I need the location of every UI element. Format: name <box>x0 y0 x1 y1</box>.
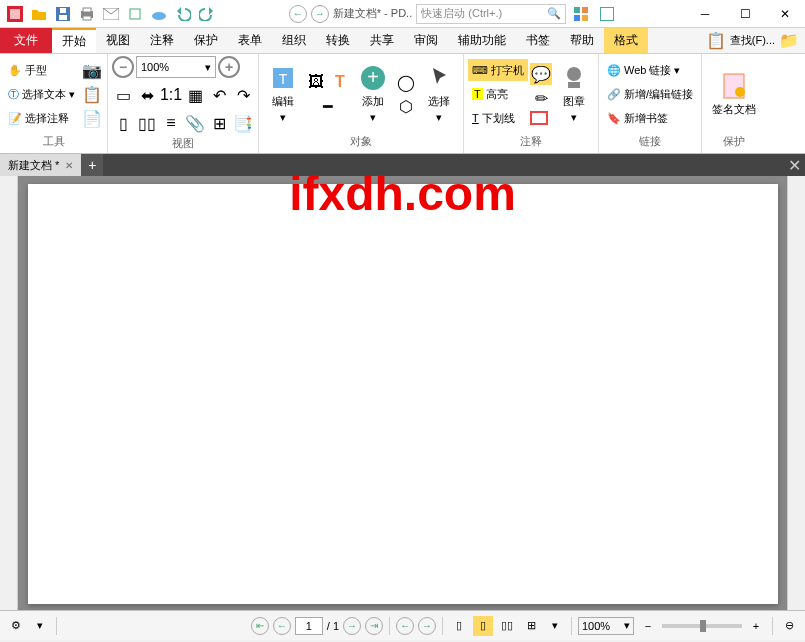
typewriter-tool[interactable]: ⌨打字机 <box>468 59 528 81</box>
menu-share[interactable]: 共享 <box>360 28 404 53</box>
stamp-button[interactable]: 图章▾ <box>554 60 594 128</box>
zoom-out-button[interactable]: − <box>112 56 134 78</box>
single-page-icon[interactable]: ▯ <box>112 112 134 134</box>
select-annot-tool[interactable]: 📝选择注释 <box>4 107 79 129</box>
page-nav-icon[interactable]: 📑 <box>232 112 254 134</box>
menu-find[interactable]: 查找(F)... <box>730 33 775 48</box>
last-page-icon[interactable]: ⇥ <box>365 617 383 635</box>
page-viewport[interactable] <box>18 176 787 610</box>
note-tool-icon[interactable]: 💬 <box>530 63 552 85</box>
nav-back-icon[interactable]: ← <box>289 5 307 23</box>
line-icon[interactable]: ━ <box>305 95 351 117</box>
quick-launch-input[interactable]: 快速启动 (Ctrl+.) 🔍 <box>416 4 566 24</box>
zoom-in-icon[interactable]: + <box>746 616 766 636</box>
right-panel-gutter[interactable] <box>787 176 805 610</box>
paste-tool-icon[interactable]: 📄 <box>81 107 103 129</box>
rect-icon[interactable] <box>530 111 548 125</box>
menu-start[interactable]: 开始 <box>52 28 96 53</box>
chevron-down-icon[interactable]: ▾ <box>545 616 565 636</box>
menu-annotate[interactable]: 注释 <box>140 28 184 53</box>
page-number-input[interactable] <box>295 617 323 635</box>
continuous-icon[interactable]: ≡ <box>160 112 182 134</box>
text-icon[interactable]: T <box>329 71 351 93</box>
save-icon[interactable] <box>52 3 74 25</box>
pencil-icon[interactable]: ✏ <box>530 87 552 109</box>
menu-file[interactable]: 文件 <box>0 28 52 53</box>
zoom-in-button[interactable]: + <box>218 56 240 78</box>
two-page-icon[interactable]: ▯▯ <box>136 112 158 134</box>
sign-doc-button[interactable]: 签名文档 <box>706 68 762 121</box>
options-gear-icon[interactable]: ⚙ <box>6 616 26 636</box>
clipboard-icon[interactable]: 📋 <box>706 31 726 50</box>
zoom-thumb[interactable] <box>700 620 706 632</box>
menu-format[interactable]: 格式 <box>604 28 648 53</box>
select-button[interactable]: 选择▾ <box>419 60 459 128</box>
fit-width-icon[interactable]: ⬌ <box>136 84 158 106</box>
undo-icon[interactable] <box>172 3 194 25</box>
tab-close-icon[interactable]: ✕ <box>65 160 73 171</box>
menu-accessibility[interactable]: 辅助功能 <box>448 28 516 53</box>
menu-protect[interactable]: 保护 <box>184 28 228 53</box>
page-thumb-icon[interactable]: ⊞ <box>208 112 230 134</box>
two-page-view-icon[interactable]: ▯▯ <box>497 616 517 636</box>
menu-convert[interactable]: 转换 <box>316 28 360 53</box>
web-link-tool[interactable]: 🌐Web 链接▾ <box>603 59 697 81</box>
fullscreen-icon[interactable] <box>596 3 618 25</box>
fit-page-icon[interactable]: ▭ <box>112 84 134 106</box>
edit-link-tool[interactable]: 🔗新增/编辑链接 <box>603 83 697 105</box>
hand-tool[interactable]: ✋手型 <box>4 59 79 81</box>
fit-toggle-icon[interactable]: ⊖ <box>779 616 799 636</box>
new-tab-button[interactable]: + <box>81 154 103 176</box>
page-layout-icon[interactable]: ▦ <box>184 84 206 106</box>
two-continuous-icon[interactable]: ⊞ <box>521 616 541 636</box>
rotate-left-icon[interactable]: ↶ <box>208 84 230 106</box>
edit-button[interactable]: T 编辑▾ <box>263 60 303 128</box>
zoom-slider[interactable] <box>662 624 742 628</box>
actual-size-icon[interactable]: 1:1 <box>160 84 182 106</box>
nav-forward-icon[interactable]: → <box>311 5 329 23</box>
continuous-view-icon[interactable]: ▯ <box>473 616 493 636</box>
prev-page-icon[interactable]: ← <box>273 617 291 635</box>
print-icon[interactable] <box>76 3 98 25</box>
highlight-tool[interactable]: T高亮 <box>468 83 528 105</box>
menu-help[interactable]: 帮助 <box>560 28 604 53</box>
left-panel-gutter[interactable] <box>0 176 18 610</box>
menu-bookmarks[interactable]: 书签 <box>516 28 560 53</box>
first-page-icon[interactable]: ⇤ <box>251 617 269 635</box>
shape2-icon[interactable]: ⬡ <box>395 95 417 117</box>
menu-view[interactable]: 视图 <box>96 28 140 53</box>
folder-find-icon[interactable]: 📁 <box>779 31 799 50</box>
open-icon[interactable] <box>28 3 50 25</box>
scan-icon[interactable] <box>124 3 146 25</box>
tabstrip-close-icon[interactable]: ✕ <box>783 154 805 176</box>
shape-icon[interactable]: ◯ <box>395 71 417 93</box>
single-page-view-icon[interactable]: ▯ <box>449 616 469 636</box>
next-page-icon[interactable]: → <box>343 617 361 635</box>
underline-tool[interactable]: T下划线 <box>468 107 528 129</box>
status-zoom-combo[interactable]: 100%▾ <box>578 617 634 635</box>
redo-icon[interactable] <box>196 3 218 25</box>
history-back-icon[interactable]: ← <box>396 617 414 635</box>
menu-forms[interactable]: 表单 <box>228 28 272 53</box>
select-text-tool[interactable]: Ⓣ选择文本▾ <box>4 83 79 105</box>
cloud-icon[interactable] <box>148 3 170 25</box>
app-icon[interactable] <box>4 3 26 25</box>
email-icon[interactable] <box>100 3 122 25</box>
zoom-combo[interactable]: 100%▾ <box>136 56 216 78</box>
minimize-button[interactable]: ─ <box>685 0 725 28</box>
add-button[interactable]: + 添加▾ <box>353 60 393 128</box>
maximize-button[interactable]: ☐ <box>725 0 765 28</box>
app-switch-icon[interactable] <box>570 3 592 25</box>
attachment-icon[interactable]: 📎 <box>184 112 206 134</box>
menu-review[interactable]: 审阅 <box>404 28 448 53</box>
page-canvas[interactable] <box>28 184 778 604</box>
camera-icon[interactable]: 📷 <box>81 59 103 81</box>
history-fwd-icon[interactable]: → <box>418 617 436 635</box>
image-icon[interactable]: 🖼 <box>305 71 327 93</box>
chevron-down-icon[interactable]: ▾ <box>30 616 50 636</box>
close-button[interactable]: ✕ <box>765 0 805 28</box>
zoom-out-icon[interactable]: − <box>638 616 658 636</box>
menu-organize[interactable]: 组织 <box>272 28 316 53</box>
clipboard-tool-icon[interactable]: 📋 <box>81 83 103 105</box>
rotate-right-icon[interactable]: ↷ <box>232 84 254 106</box>
